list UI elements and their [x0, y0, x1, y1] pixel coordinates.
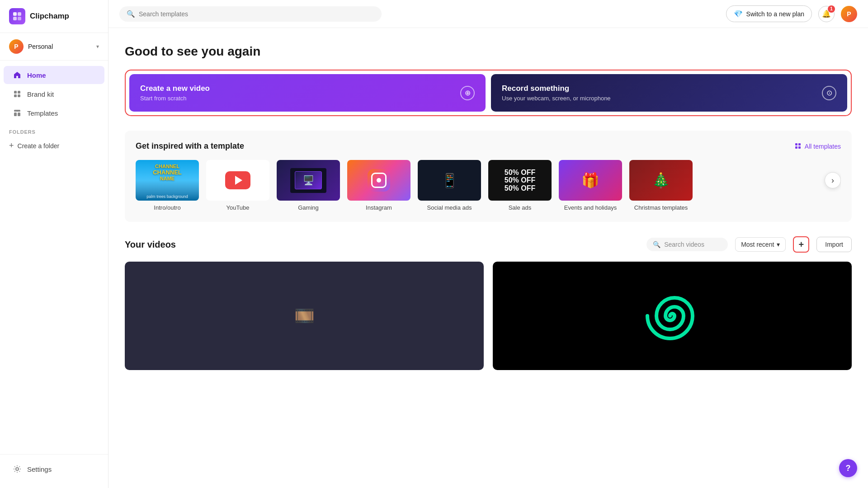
search-bar[interactable]: 🔍: [119, 6, 382, 22]
switch-plan-button[interactable]: 💎 Switch to a new plan: [726, 5, 812, 22]
template-label-events: Events and holidays: [564, 204, 617, 211]
create-card-content: Create a new video Start from scratch: [140, 84, 210, 102]
create-folder-button[interactable]: + Create a folder: [0, 136, 108, 155]
page-body: Good to see you again Create a new video…: [108, 28, 868, 488]
record-video-card[interactable]: Record something Use your webcam, screen…: [491, 74, 847, 112]
template-thumb-sale: 50% OFF 50% OFF 50% OFF: [488, 160, 552, 201]
template-thumb-instagram: [347, 160, 410, 201]
user-menu[interactable]: P Personal ▾: [0, 33, 108, 61]
sidebar-item-settings[interactable]: Settings: [4, 460, 104, 478]
all-templates-label: All templates: [805, 143, 841, 150]
sort-chevron-icon: ▾: [777, 241, 780, 248]
notification-badge: 1: [828, 5, 835, 13]
help-icon: ?: [846, 464, 851, 473]
chevron-down-icon: ▾: [96, 43, 99, 50]
brand-kit-icon: [13, 89, 22, 99]
videos-title: Your videos: [125, 239, 176, 250]
templates-next-button[interactable]: ›: [825, 172, 841, 188]
settings-label: Settings: [27, 465, 52, 473]
svg-point-11: [16, 468, 19, 470]
home-icon: [13, 70, 22, 80]
template-label-gaming: Gaming: [298, 204, 319, 211]
user-name: Personal: [28, 43, 53, 50]
app-name: Clipchamp: [30, 12, 69, 21]
user-avatar-button[interactable]: P: [841, 6, 857, 22]
template-label-youtube: YouTube: [226, 204, 249, 211]
import-label: Import: [825, 241, 843, 248]
templates-header: Get inspired with a template All templat…: [136, 141, 841, 151]
svg-rect-3: [18, 17, 21, 20]
template-item-christmas[interactable]: 🎄 Christmas templates: [629, 160, 693, 211]
spiral-graphic: [641, 284, 704, 347]
template-label-christmas: Christmas templates: [634, 204, 688, 211]
all-templates-link[interactable]: All templates: [795, 143, 841, 150]
search-videos-icon: 🔍: [653, 241, 660, 248]
record-card-icon: ⊙: [822, 86, 836, 100]
svg-rect-15: [798, 146, 801, 149]
create-video-card[interactable]: Create a new video Start from scratch ⊕: [129, 74, 486, 112]
sidebar-settings-section: Settings: [0, 454, 108, 488]
svg-rect-8: [14, 110, 20, 112]
templates-icon: [13, 108, 22, 117]
create-folder-label: Create a folder: [18, 142, 60, 150]
template-item-events[interactable]: 🎁 Events and holidays: [559, 160, 622, 211]
template-item-gaming[interactable]: 🖥️ Gaming: [277, 160, 340, 211]
videos-header: Your videos 🔍 Search videos Most recent …: [125, 236, 852, 253]
grid-icon: [795, 143, 802, 150]
templates-section: Get inspired with a template All templat…: [125, 131, 852, 222]
sidebar-item-brand-kit[interactable]: Brand kit: [4, 85, 104, 103]
templates-section-title: Get inspired with a template: [136, 141, 244, 151]
help-button[interactable]: ?: [839, 459, 857, 477]
plus-icon: +: [9, 141, 14, 150]
create-card-title: Create a new video: [140, 84, 210, 93]
templates-grid: CHANNEL CHANNEL NAME palm trees backgrou…: [136, 160, 841, 211]
video-card-1[interactable]: 🎞️: [125, 262, 484, 370]
template-thumb-gaming: 🖥️: [277, 160, 340, 201]
plus-icon: +: [798, 239, 804, 250]
import-button[interactable]: Import: [816, 237, 852, 252]
svg-rect-4: [14, 91, 17, 94]
search-videos-bar[interactable]: 🔍 Search videos: [646, 238, 728, 251]
diamond-icon: 💎: [734, 9, 743, 18]
template-thumb-christmas: 🎄: [629, 160, 693, 201]
template-thumb-social: 📱: [418, 160, 481, 201]
page-title: Good to see you again: [125, 44, 852, 59]
topbar: 🔍 💎 Switch to a new plan 🔔 1 P: [108, 0, 868, 28]
sort-dropdown[interactable]: Most recent ▾: [735, 237, 786, 252]
plus-circle-icon: ⊕: [465, 89, 471, 97]
sidebar-logo: Clipchamp: [0, 0, 108, 33]
svg-rect-9: [14, 113, 17, 116]
svg-rect-13: [798, 143, 801, 145]
videos-section: Your videos 🔍 Search videos Most recent …: [125, 236, 852, 370]
record-card-content: Record something Use your webcam, screen…: [502, 84, 611, 102]
topbar-right: 💎 Switch to a new plan 🔔 1 P: [726, 5, 857, 22]
sidebar-item-label-home: Home: [27, 71, 46, 79]
svg-rect-14: [795, 146, 797, 149]
template-thumb-events: 🎁: [559, 160, 622, 201]
app-logo-icon: [9, 8, 25, 24]
template-item-youtube[interactable]: YouTube: [206, 160, 269, 211]
sidebar-item-templates[interactable]: Templates: [4, 104, 104, 122]
main-content: 🔍 💎 Switch to a new plan 🔔 1 P Good to s…: [108, 0, 868, 488]
template-item-sale[interactable]: 50% OFF 50% OFF 50% OFF Sale ads: [488, 160, 552, 211]
template-label-instagram: Instagram: [366, 204, 392, 211]
sidebar-item-home[interactable]: Home: [4, 66, 104, 84]
svg-rect-12: [795, 143, 797, 145]
notification-button[interactable]: 🔔 1: [818, 6, 835, 22]
new-video-button[interactable]: +: [793, 236, 809, 253]
record-card-subtitle: Use your webcam, screen, or microphone: [502, 95, 611, 102]
videos-grid: 🎞️: [125, 262, 852, 370]
create-card-icon: ⊕: [460, 86, 475, 100]
template-item-intro[interactable]: CHANNEL CHANNEL NAME palm trees backgrou…: [136, 160, 199, 211]
action-cards: Create a new video Start from scratch ⊕ …: [125, 70, 852, 116]
search-videos-placeholder: Search videos: [664, 241, 704, 248]
template-item-social[interactable]: 📱 Social media ads: [418, 160, 481, 211]
template-thumb-youtube: [206, 160, 269, 201]
create-card-subtitle: Start from scratch: [140, 95, 210, 102]
svg-rect-5: [18, 91, 20, 94]
svg-rect-6: [14, 94, 17, 97]
template-item-instagram[interactable]: Instagram: [347, 160, 410, 211]
video-card-2[interactable]: [493, 262, 852, 370]
sidebar-nav: Home Brand kit Templates: [0, 61, 108, 454]
search-input[interactable]: [139, 10, 374, 18]
